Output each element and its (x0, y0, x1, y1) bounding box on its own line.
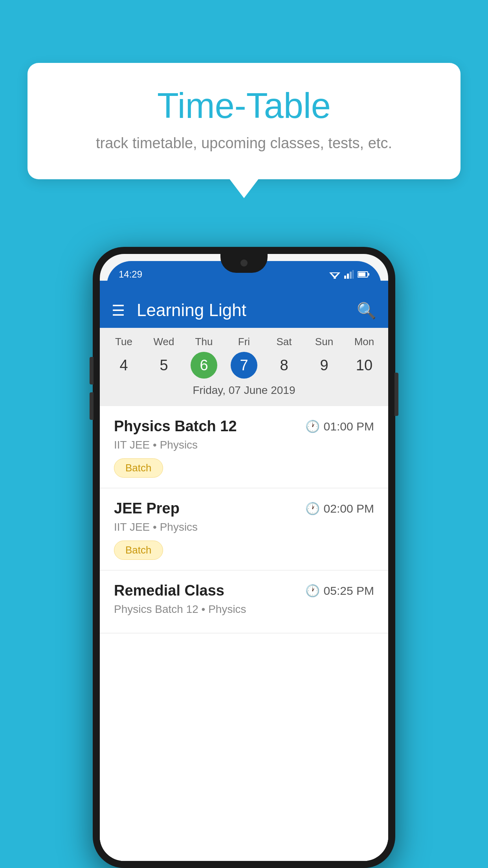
day-col[interactable]: Mon 10 (347, 336, 382, 379)
phone-screen: 14:29 (100, 254, 388, 861)
calendar-strip: Tue 4 Wed 5 Thu 6 Fri 7 Sat 8 Sun 9 Mon … (100, 328, 388, 406)
svg-rect-5 (350, 272, 352, 279)
schedule-item[interactable]: JEE Prep 🕐 02:00 PM IIT JEE • Physics Ba… (100, 488, 388, 570)
schedule-item-header: Remedial Class 🕐 05:25 PM (114, 582, 374, 599)
day-name: Mon (354, 336, 374, 348)
status-icons (329, 270, 369, 279)
days-row: Tue 4 Wed 5 Thu 6 Fri 7 Sat 8 Sun 9 Mon … (100, 336, 388, 379)
svg-rect-8 (368, 273, 369, 276)
schedule-item[interactable]: Physics Batch 12 🕐 01:00 PM IIT JEE • Ph… (100, 406, 388, 488)
schedule-item-time: 🕐 02:00 PM (305, 502, 374, 515)
signal-icon (344, 270, 354, 279)
screen-content: ☰ Learning Light 🔍 Tue 4 Wed 5 Thu 6 Fri… (100, 281, 388, 861)
svg-rect-4 (347, 274, 349, 279)
day-number[interactable]: 5 (150, 352, 177, 379)
battery-icon (358, 271, 369, 278)
power-button (394, 373, 398, 416)
day-name: Tue (115, 336, 132, 348)
search-icon[interactable]: 🔍 (357, 302, 376, 320)
day-name: Sun (315, 336, 333, 348)
schedule-item-title: Physics Batch 12 (114, 418, 237, 435)
clock-icon: 🕐 (305, 419, 320, 433)
schedule-item-title: JEE Prep (114, 500, 180, 517)
schedule-item-subtitle: Physics Batch 12 • Physics (114, 603, 374, 616)
schedule-item-time: 🕐 05:25 PM (305, 584, 374, 598)
volume-down-button (90, 392, 94, 420)
day-name: Sat (276, 336, 292, 348)
schedule-list: Physics Batch 12 🕐 01:00 PM IIT JEE • Ph… (100, 406, 388, 861)
menu-icon[interactable]: ☰ (112, 302, 125, 319)
notch (220, 254, 268, 273)
day-number[interactable]: 8 (271, 352, 297, 379)
schedule-item-subtitle: IIT JEE • Physics (114, 439, 374, 451)
schedule-item-title: Remedial Class (114, 582, 224, 599)
schedule-item-time: 🕐 01:00 PM (305, 419, 374, 433)
svg-rect-9 (358, 272, 365, 276)
volume-up-button (90, 357, 94, 384)
wifi-icon (329, 270, 340, 279)
day-number[interactable]: 7 (231, 352, 257, 379)
schedule-item-header: JEE Prep 🕐 02:00 PM (114, 500, 374, 517)
day-col[interactable]: Fri 7 (226, 336, 262, 379)
day-number[interactable]: 9 (311, 352, 338, 379)
phone-frame: 14:29 (93, 247, 395, 868)
day-col[interactable]: Sat 8 (266, 336, 302, 379)
camera (240, 259, 248, 267)
clock-icon: 🕐 (305, 584, 320, 598)
schedule-item-subtitle: IIT JEE • Physics (114, 521, 374, 533)
clock-icon: 🕐 (305, 502, 320, 515)
app-title: Learning Light (137, 300, 345, 320)
day-name: Fri (238, 336, 250, 348)
day-col[interactable]: Sun 9 (306, 336, 342, 379)
schedule-item[interactable]: Remedial Class 🕐 05:25 PM Physics Batch … (100, 570, 388, 633)
status-time: 14:29 (119, 269, 142, 280)
day-col[interactable]: Tue 4 (106, 336, 141, 379)
svg-rect-6 (352, 270, 354, 279)
app-bar: ☰ Learning Light 🔍 (100, 281, 388, 328)
tooltip-card: Time-Table track timetable, upcoming cla… (28, 63, 460, 179)
day-col[interactable]: Thu 6 (186, 336, 222, 379)
day-number[interactable]: 4 (110, 352, 137, 379)
svg-rect-3 (344, 276, 346, 279)
day-number[interactable]: 10 (351, 352, 378, 379)
tooltip-subtitle: track timetable, upcoming classes, tests… (51, 135, 437, 152)
tooltip-title: Time-Table (51, 86, 437, 125)
day-number[interactable]: 6 (191, 352, 217, 379)
schedule-item-header: Physics Batch 12 🕐 01:00 PM (114, 418, 374, 435)
day-col[interactable]: Wed 5 (146, 336, 182, 379)
batch-tag: Batch (114, 541, 163, 560)
day-name: Wed (154, 336, 174, 348)
selected-date-label: Friday, 07 June 2019 (100, 379, 388, 402)
batch-tag: Batch (114, 458, 163, 478)
day-name: Thu (195, 336, 213, 348)
